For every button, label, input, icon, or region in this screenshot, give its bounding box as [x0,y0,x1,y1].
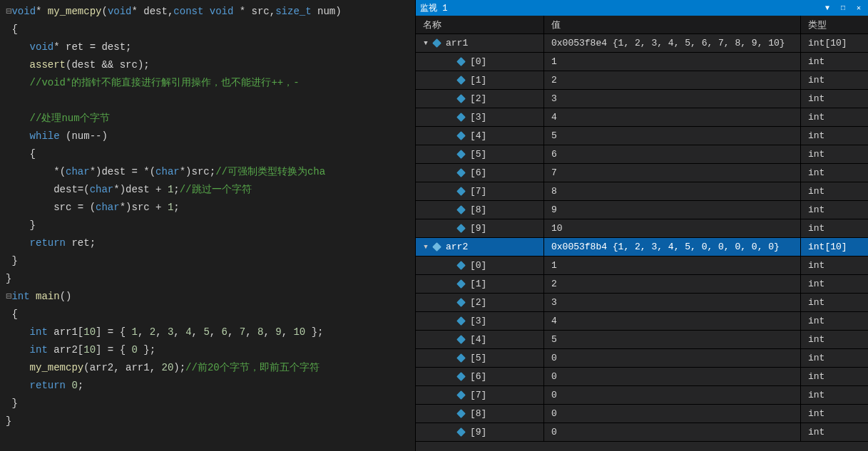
variable-icon [457,336,466,344]
code-line[interactable]: { [6,306,415,323]
variable-name: [9] [470,223,486,234]
dropdown-icon[interactable]: ▼ [822,3,832,13]
expand-toggle-icon[interactable]: ▼ [422,39,430,48]
expand-toggle-icon[interactable]: ▼ [422,243,430,252]
watch-cell-name: ▶[5] [416,349,544,367]
code-line[interactable]: dest=(char*)dest + 1;//跳过一个字符 [6,181,415,199]
watch-cell-value[interactable]: 7 [544,164,801,182]
watch-cell-value[interactable]: 1 [544,53,801,71]
watch-cell-value[interactable]: 4 [544,108,801,126]
watch-cell-type: int [801,53,868,71]
watch-cell-name: ▶[9] [416,219,544,237]
code-line[interactable]: assert(dest && src); [6,56,415,74]
code-line[interactable]: } [6,217,415,234]
col-header-type[interactable]: 类型 [801,16,868,33]
watch-row[interactable]: ▶[7]0int [416,386,868,405]
watch-titlebar[interactable]: 监视 1 ▼ □ ✕ [416,0,868,16]
watch-row[interactable]: ▶[5]0int [416,349,868,368]
code-line[interactable]: while (num--) [6,128,415,145]
close-icon[interactable]: ✕ [854,3,864,13]
watch-row[interactable]: ▼arr20x0053f8b4 {1, 2, 3, 4, 5, 0, 0, 0,… [416,238,868,256]
variable-icon [433,39,441,48]
watch-cell-value[interactable]: 9 [544,201,801,219]
watch-cell-value[interactable]: 8 [544,182,801,200]
watch-row[interactable]: ▶[4]5int [416,331,868,349]
code-line[interactable]: int arr1[10] = { 1, 2, 3, 4, 5, 6, 7, 8,… [6,323,415,341]
code-line[interactable]: { [6,145,415,163]
code-line[interactable]: //void*的指针不能直接进行解引用操作，也不能进行++，- [6,74,415,92]
watch-cell-value[interactable]: 0x0053f8b4 {1, 2, 3, 4, 5, 0, 0, 0, 0, 0… [544,238,801,256]
watch-cell-value[interactable]: 10 [544,219,801,237]
watch-row[interactable]: ▶[0]1int [416,256,868,275]
variable-name: [2] [470,297,486,308]
watch-cell-type: int [801,368,868,385]
watch-cell-value[interactable]: 0 [544,368,801,385]
code-line[interactable]: ⊟void* my_memcpy(void* dest,const void *… [6,3,415,21]
watch-cell-value[interactable]: 1 [544,256,801,274]
watch-cell-value[interactable]: 0x0053f8e4 {1, 2, 3, 4, 5, 6, 7, 8, 9, 1… [544,34,801,52]
code-line[interactable]: //处理num个字节 [6,110,415,128]
watch-row[interactable]: ▶[5]6int [416,145,868,164]
watch-row[interactable]: ▶[3]4int [416,312,868,331]
watch-row[interactable]: ▼arr10x0053f8e4 {1, 2, 3, 4, 5, 6, 7, 8,… [416,34,868,53]
variable-icon [457,95,466,103]
watch-body: ▼arr10x0053f8e4 {1, 2, 3, 4, 5, 6, 7, 8,… [416,34,868,451]
watch-cell-value[interactable]: 0 [544,386,801,404]
watch-cell-type: int [801,219,868,237]
code-line[interactable]: { [6,21,415,38]
watch-cell-name: ▶[6] [416,368,544,385]
variable-name: [8] [470,408,486,419]
watch-row[interactable]: ▶[6]7int [416,164,868,182]
watch-row[interactable]: ▶[4]5int [416,127,868,145]
col-header-name[interactable]: 名称 [416,16,544,33]
code-line[interactable]: void* ret = dest; [6,38,415,56]
watch-row[interactable]: ▶[9]10int [416,219,868,238]
watch-row[interactable]: ▶[8]0int [416,405,868,423]
code-line[interactable]: int arr2[10] = { 0 }; [6,341,415,359]
watch-row[interactable]: ▶[8]9int [416,201,868,219]
variable-name: [6] [470,167,486,178]
watch-row[interactable]: ▶[7]8int [416,182,868,201]
watch-row[interactable]: ▶[9]0int [416,423,868,442]
watch-row[interactable]: ▶[3]4int [416,108,868,127]
code-line[interactable]: } [6,270,415,288]
code-line[interactable]: my_memcpy(arr2, arr1, 20);//前20个字节，即前五个字… [6,359,415,377]
watch-row[interactable]: ▶[2]3int [416,90,868,108]
watch-row[interactable]: ▶[1]2int [416,275,868,294]
watch-cell-name: ▶[0] [416,53,544,71]
watch-row[interactable]: ▶[2]3int [416,294,868,312]
watch-cell-value[interactable]: 3 [544,90,801,108]
watch-cell-value[interactable]: 0 [544,423,801,441]
watch-cell-name: ▶[0] [416,256,544,274]
watch-cell-value[interactable]: 4 [544,312,801,330]
window-maximize-icon[interactable]: □ [838,3,848,13]
watch-cell-value[interactable]: 0 [544,405,801,423]
watch-cell-name: ▶[5] [416,145,544,163]
code-line[interactable]: return 0; [6,377,415,395]
watch-cell-value[interactable]: 5 [544,127,801,145]
watch-row[interactable]: ▶[6]0int [416,368,868,386]
watch-cell-value[interactable]: 3 [544,294,801,311]
code-line[interactable]: ⊟int main() [6,288,415,306]
code-line[interactable] [6,92,415,110]
code-line[interactable]: *(char*)dest = *(char*)src;//可强制类型转换为cha [6,163,415,181]
watch-cell-value[interactable]: 2 [544,275,801,293]
watch-row[interactable]: ▶[0]1int [416,53,868,71]
variable-name: [4] [470,334,486,345]
variable-name: [9] [470,427,486,437]
watch-cell-value[interactable]: 6 [544,145,801,163]
watch-cell-name: ▶[3] [416,108,544,126]
code-line[interactable]: src = (char*)src + 1; [6,199,415,217]
watch-cell-value[interactable]: 2 [544,71,801,89]
code-line[interactable]: } [6,252,415,270]
watch-row[interactable]: ▶[1]2int [416,71,868,90]
watch-cell-value[interactable]: 0 [544,349,801,367]
code-line[interactable]: return ret; [6,234,415,252]
col-header-value[interactable]: 值 [544,16,801,33]
watch-cell-type: int [801,423,868,441]
code-line[interactable]: } [6,395,415,413]
variable-icon [457,373,466,381]
code-editor[interactable]: ⊟void* my_memcpy(void* dest,const void *… [0,0,415,451]
watch-cell-value[interactable]: 5 [544,331,801,348]
code-line[interactable]: } [6,413,415,430]
